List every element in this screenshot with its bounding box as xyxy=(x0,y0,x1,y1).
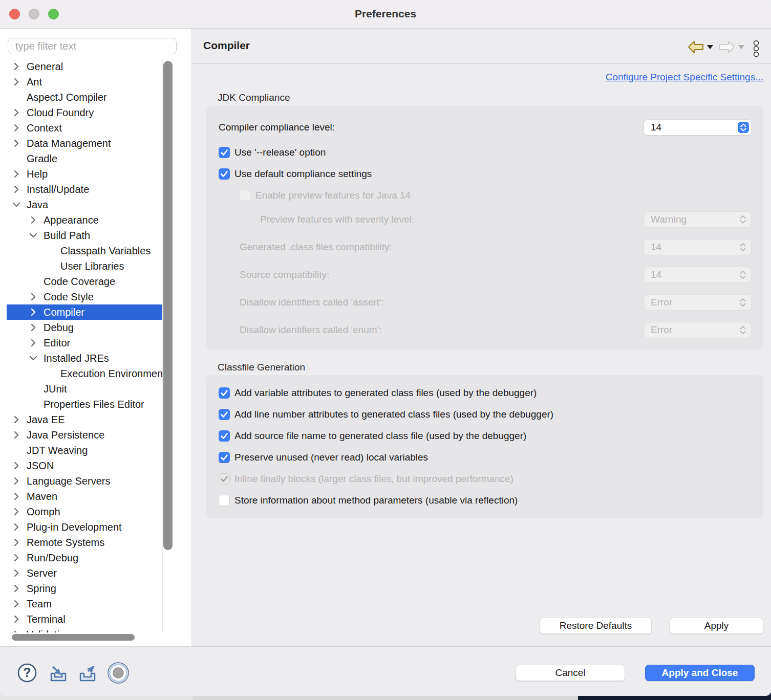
tree-item-json[interactable]: JSON xyxy=(0,458,191,473)
back-icon[interactable] xyxy=(688,40,704,54)
help-icon[interactable]: ? xyxy=(17,663,37,683)
checkbox-add-source-file-name-to-generated-class-file-used-by-the-debugger[interactable] xyxy=(219,430,230,442)
chevron-down-icon[interactable] xyxy=(11,200,22,210)
tree-item-remote-systems[interactable]: Remote Systems xyxy=(0,535,191,550)
chevron-right-icon[interactable] xyxy=(11,414,22,425)
page-title: Compiler xyxy=(203,39,250,52)
chevron-right-icon[interactable] xyxy=(11,461,22,471)
chevron-right-icon[interactable] xyxy=(28,215,38,225)
filter-input[interactable] xyxy=(8,38,177,54)
tree-item-validation[interactable]: Validation xyxy=(0,627,191,632)
chevron-right-icon[interactable] xyxy=(11,107,22,118)
tree-item-java-persistence[interactable]: Java Persistence xyxy=(0,427,191,443)
tree-vertical-scrollbar[interactable] xyxy=(163,61,173,550)
tree-item-junit[interactable]: JUnit xyxy=(0,381,191,397)
apply-and-close-button[interactable]: Apply and Close xyxy=(645,665,755,681)
tree-item-plug-in-development[interactable]: Plug-in Development xyxy=(0,519,191,535)
chevron-right-icon[interactable] xyxy=(11,169,22,179)
tree-item-code-coverage[interactable]: Code Coverage xyxy=(0,274,191,289)
chevron-right-icon[interactable] xyxy=(11,522,22,532)
checkbox-inline-finally-blocks-larger-class-files-but-improved-performance xyxy=(219,473,230,485)
tree-item-code-style[interactable]: Code Style xyxy=(0,289,191,304)
import-preferences-icon[interactable] xyxy=(47,665,70,684)
tree-horizontal-scrollbar[interactable] xyxy=(12,634,135,641)
tree-item-properties-files-editor[interactable]: Properties Files Editor xyxy=(0,397,191,412)
chevron-right-icon[interactable] xyxy=(11,599,22,609)
chevron-right-icon[interactable] xyxy=(28,322,38,333)
tree-item-context[interactable]: Context xyxy=(0,120,191,136)
tree-item-gradle[interactable]: Gradle xyxy=(0,151,191,166)
tree-item-aspectj-compiler[interactable]: AspectJ Compiler xyxy=(0,90,191,105)
preference-recorder-icon[interactable] xyxy=(107,662,130,684)
chevron-right-icon[interactable] xyxy=(11,123,22,133)
tree-item-run-debug[interactable]: Run/Debug xyxy=(0,550,191,565)
chevron-right-icon[interactable] xyxy=(11,491,22,501)
chevron-right-icon[interactable] xyxy=(11,583,22,594)
tree-item-jdt-weaving[interactable]: JDT Weaving xyxy=(0,443,191,458)
checkbox-use-release-option[interactable] xyxy=(219,147,230,158)
checkbox-preserve-unused-never-read-local-variables[interactable] xyxy=(219,452,230,463)
forward-dropdown-icon[interactable] xyxy=(738,45,744,49)
tree-item-maven[interactable]: Maven xyxy=(0,489,191,504)
chevron-right-icon[interactable] xyxy=(11,184,22,194)
tree-item-help[interactable]: Help xyxy=(0,166,191,182)
chevron-right-icon[interactable] xyxy=(28,307,38,317)
chevron-down-icon[interactable] xyxy=(28,353,38,363)
chevron-right-icon[interactable] xyxy=(28,292,38,302)
chevron-right-icon[interactable] xyxy=(11,430,22,440)
preferences-tree: GeneralAntAspectJ CompilerCloud FoundryC… xyxy=(0,59,191,632)
tree-item-classpath-variables[interactable]: Classpath Variables xyxy=(0,243,191,258)
checkbox-store-information-about-method-parameters-usable-via-reflection[interactable] xyxy=(219,495,230,506)
tree-item-language-servers[interactable]: Language Servers xyxy=(0,473,191,489)
tree-item-user-libraries[interactable]: User Libraries xyxy=(0,258,191,274)
chevron-right-icon[interactable] xyxy=(11,61,22,72)
checkbox-use-default-compliance-settings[interactable] xyxy=(219,168,230,180)
tree-item-build-path[interactable]: Build Path xyxy=(0,228,191,243)
tree-item-ant[interactable]: Ant xyxy=(0,74,191,90)
configure-project-settings-link[interactable]: Configure Project Specific Settings... xyxy=(606,72,763,83)
tree-item-install-update[interactable]: Install/Update xyxy=(0,182,191,197)
tree-item-compiler[interactable]: Compiler xyxy=(0,304,191,320)
forward-icon[interactable] xyxy=(719,40,735,54)
chevron-right-icon[interactable] xyxy=(28,338,38,348)
chevron-right-icon[interactable] xyxy=(11,553,22,563)
apply-button[interactable]: Apply xyxy=(670,618,763,634)
classfile-generation-group: Add variable attributes to generated cla… xyxy=(206,375,763,518)
tree-item-java[interactable]: Java xyxy=(0,197,191,212)
tree-item-execution-environments[interactable]: Execution Environments xyxy=(0,366,191,381)
tree-item-team[interactable]: Team xyxy=(0,596,191,611)
tree-item-oomph[interactable]: Oomph xyxy=(0,504,191,519)
back-dropdown-icon[interactable] xyxy=(707,45,713,49)
select-disallow-identifiers-called-assert: Error xyxy=(644,295,751,310)
tree-item-server[interactable]: Server xyxy=(0,565,191,581)
tree-item-installed-jres[interactable]: Installed JREs xyxy=(0,351,191,366)
chevron-right-icon[interactable] xyxy=(11,614,22,624)
chevron-right-icon[interactable] xyxy=(11,507,22,517)
chevron-right-icon[interactable] xyxy=(11,138,22,148)
checkbox-add-variable-attributes-to-generated-class-files-used-by-the-debugger[interactable] xyxy=(219,387,230,399)
tree-item-terminal[interactable]: Terminal xyxy=(0,611,191,627)
checkbox-label: Store information about method parameter… xyxy=(234,495,518,506)
cancel-button[interactable]: Cancel xyxy=(516,665,625,681)
checkbox-label: Inline finally blocks (larger class file… xyxy=(234,473,513,485)
tree-item-appearance[interactable]: Appearance xyxy=(0,212,191,228)
tree-item-spring[interactable]: Spring xyxy=(0,581,191,596)
chevron-down-icon[interactable] xyxy=(28,230,38,240)
chevron-right-icon[interactable] xyxy=(11,629,22,632)
chevron-right-icon[interactable] xyxy=(11,77,22,87)
tree-item-java-ee[interactable]: Java EE xyxy=(0,412,191,427)
view-menu-icon[interactable] xyxy=(752,40,760,58)
tree-item-general[interactable]: General xyxy=(0,59,191,74)
tree-item-cloud-foundry[interactable]: Cloud Foundry xyxy=(0,105,191,120)
chevron-right-icon[interactable] xyxy=(11,537,22,548)
tree-item-debug[interactable]: Debug xyxy=(0,320,191,335)
titlebar: Preferences xyxy=(0,0,771,29)
export-preferences-icon[interactable] xyxy=(76,665,99,684)
chevron-right-icon[interactable] xyxy=(11,476,22,486)
tree-item-editor[interactable]: Editor xyxy=(0,335,191,351)
chevron-right-icon[interactable] xyxy=(11,568,22,578)
tree-item-data-management[interactable]: Data Management xyxy=(0,136,191,151)
checkbox-add-line-number-attributes-to-generated-class-files-used-by-the-debugger[interactable] xyxy=(219,409,230,420)
restore-defaults-button[interactable]: Restore Defaults xyxy=(540,618,652,634)
select-compiler-compliance-level[interactable]: 14 xyxy=(644,120,751,135)
